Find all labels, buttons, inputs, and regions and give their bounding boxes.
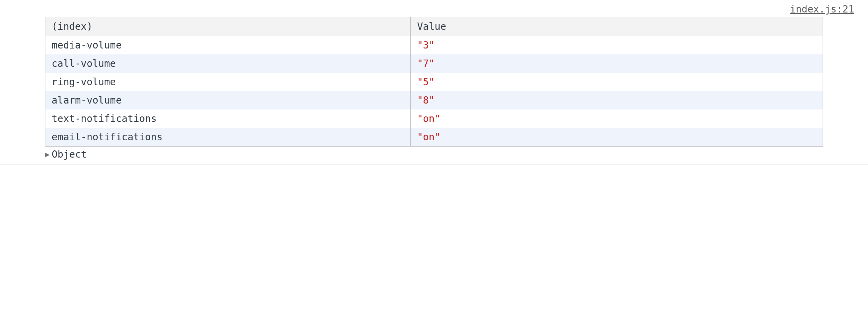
source-file-link[interactable]: index.js:21 <box>790 3 854 15</box>
table-row: media-volume "3" <box>45 36 823 55</box>
table-row: email-notifications "on" <box>45 128 823 147</box>
table-cell-value: "7" <box>411 54 823 73</box>
table-cell-value: "on" <box>411 109 823 128</box>
object-label: Object <box>52 149 87 160</box>
table-row: text-notifications "on" <box>45 109 823 128</box>
table-cell-value: "8" <box>411 91 823 109</box>
console-table: (index) Value media-volume "3" call-volu… <box>45 17 823 147</box>
object-expand-toggle[interactable]: ▶ Object <box>45 149 823 160</box>
table-cell-key: alarm-volume <box>45 91 411 109</box>
table-cell-key: call-volume <box>45 54 411 73</box>
source-link-container: index.js:21 <box>0 3 868 17</box>
console-table-container: (index) Value media-volume "3" call-volu… <box>45 17 823 147</box>
table-cell-value: "5" <box>411 73 823 91</box>
column-header-index: (index) <box>45 17 411 36</box>
console-output: index.js:21 (index) Value media-volume "… <box>0 3 868 165</box>
table-header-row: (index) Value <box>45 17 823 36</box>
table-cell-value: "3" <box>411 36 823 55</box>
disclosure-triangle-icon: ▶ <box>45 151 50 158</box>
table-cell-key: email-notifications <box>45 128 411 147</box>
table-cell-value: "on" <box>411 128 823 147</box>
table-cell-key: ring-volume <box>45 73 411 91</box>
table-row: ring-volume "5" <box>45 73 823 91</box>
table-row: alarm-volume "8" <box>45 91 823 109</box>
table-cell-key: media-volume <box>45 36 411 55</box>
table-row: call-volume "7" <box>45 54 823 73</box>
table-cell-key: text-notifications <box>45 109 411 128</box>
column-header-value: Value <box>411 17 823 36</box>
